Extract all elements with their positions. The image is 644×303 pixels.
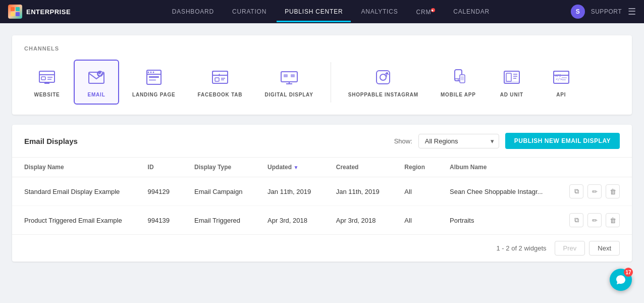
col-created: Created xyxy=(324,158,393,177)
row-actions-2: ⧉ ✏ 🗑 xyxy=(568,213,620,227)
channel-shoppable-instagram[interactable]: SHOPPABLE INSTAGRAM xyxy=(339,60,427,105)
support-label[interactable]: SUPPORT xyxy=(591,8,622,15)
channel-email-label: EMAIL xyxy=(87,92,105,97)
table-controls: Show: All Regions Region 1 Region 2 PUBL… xyxy=(394,133,620,149)
svg-point-20 xyxy=(150,72,151,73)
channel-divider xyxy=(331,62,331,103)
channel-website[interactable]: WEBSITE xyxy=(24,60,70,105)
next-button[interactable]: Next xyxy=(589,241,620,256)
svg-rect-17 xyxy=(149,76,159,78)
show-label: Show: xyxy=(394,137,412,145)
svg-rect-6 xyxy=(41,77,45,80)
nav-dashboard[interactable]: DASHBOARD xyxy=(164,1,222,22)
svg-point-21 xyxy=(152,72,154,73)
ad-unit-icon xyxy=(501,67,522,88)
email-displays-table: Display Name ID Display Type Updated ▼ C… xyxy=(12,158,632,234)
channel-landing-page[interactable]: LANDING PAGE xyxy=(123,60,185,105)
svg-point-12 xyxy=(97,71,103,77)
cell-display-name-2: Product Triggered Email Example xyxy=(12,206,136,235)
channel-facebook-tab[interactable]: f FACEBOOK TAB xyxy=(189,60,252,105)
api-icon: API </> xyxy=(551,67,572,88)
cell-updated-2: Apr 3rd, 2018 xyxy=(255,206,324,235)
col-region: Region xyxy=(392,158,438,177)
col-actions xyxy=(556,158,632,177)
hamburger-menu-icon[interactable]: ☰ xyxy=(628,6,636,17)
svg-rect-23 xyxy=(212,71,228,75)
region-select[interactable]: All Regions Region 1 Region 2 xyxy=(418,134,499,148)
nav-analytics[interactable]: ANALYTICS xyxy=(353,1,406,22)
svg-rect-22 xyxy=(212,71,228,83)
svg-rect-1 xyxy=(16,7,20,11)
cell-region-1: All xyxy=(392,177,438,206)
user-avatar[interactable]: S xyxy=(571,5,585,19)
col-display-type: Display Type xyxy=(182,158,255,177)
mobile-app-icon xyxy=(448,67,469,88)
cell-id-2: 994139 xyxy=(136,206,182,235)
svg-point-39 xyxy=(458,79,459,80)
pagination: 1 - 2 of 2 widgets Prev Next xyxy=(12,234,632,262)
edit-button-2[interactable]: ✏ xyxy=(587,213,602,227)
copy-button-2[interactable]: ⧉ xyxy=(569,213,583,227)
cell-created-2: Apr 3rd, 2018 xyxy=(324,206,393,235)
cell-display-type-1: Email Campaign xyxy=(182,177,255,206)
svg-rect-43 xyxy=(506,73,511,81)
cell-created-1: Jan 11th, 2019 xyxy=(324,177,393,206)
svg-text:f: f xyxy=(219,73,220,77)
col-album-name: Album Name xyxy=(438,158,556,177)
nav-crm[interactable]: CRM● xyxy=(408,1,443,23)
channel-email[interactable]: EMAIL xyxy=(74,60,119,105)
nav-curation[interactable]: CURATION xyxy=(224,1,275,22)
nav-calendar[interactable]: CALENDAR xyxy=(445,1,498,22)
channels-section: CHANNELS WEBSITE xyxy=(12,35,632,115)
copy-button-1[interactable]: ⧉ xyxy=(569,184,583,198)
table-row: Standard Email Display Example 994129 Em… xyxy=(12,177,632,206)
channel-api[interactable]: API </> API xyxy=(539,60,584,105)
svg-text:</>: </> xyxy=(556,77,562,81)
table-row: Product Triggered Email Example 994139 E… xyxy=(12,206,632,235)
nav-publish-center[interactable]: PUBLISH CENTER xyxy=(277,1,351,22)
channel-ad-unit-label: AD UNIT xyxy=(500,92,523,97)
channel-digital-display[interactable]: DIGITAL DISPLAY xyxy=(255,60,322,105)
website-icon xyxy=(36,67,58,88)
edit-button-1[interactable]: ✏ xyxy=(587,184,602,198)
channel-digital-display-label: DIGITAL DISPLAY xyxy=(264,92,313,97)
shoppable-instagram-icon xyxy=(372,67,394,88)
svg-rect-31 xyxy=(284,74,288,77)
channel-ad-unit[interactable]: AD UNIT xyxy=(489,60,534,105)
cell-updated-1: Jan 11th, 2019 xyxy=(255,177,324,206)
prev-button[interactable]: Prev xyxy=(555,241,585,256)
cell-region-2: All xyxy=(392,206,438,235)
sort-icon: ▼ xyxy=(293,165,298,170)
svg-rect-32 xyxy=(291,74,295,77)
channels-grid: WEBSITE EMAIL xyxy=(24,60,620,105)
channel-facebook-tab-label: FACEBOOK TAB xyxy=(198,92,243,97)
pagination-info: 1 - 2 of 2 widgets xyxy=(497,244,547,252)
channel-api-label: API xyxy=(556,92,566,97)
col-updated[interactable]: Updated ▼ xyxy=(255,158,324,177)
email-icon xyxy=(86,67,107,88)
brand-area[interactable]: ENTERPRISE xyxy=(8,5,71,19)
channel-landing-page-label: LANDING PAGE xyxy=(132,92,176,97)
svg-rect-3 xyxy=(16,12,20,16)
cell-id-1: 994129 xyxy=(136,177,182,206)
cell-actions-2: ⧉ ✏ 🗑 xyxy=(556,206,632,235)
delete-button-1[interactable]: 🗑 xyxy=(606,184,620,198)
publish-new-email-display-button[interactable]: PUBLISH NEW EMAIL DISPLAY xyxy=(505,133,620,149)
landing-page-icon xyxy=(143,67,165,88)
channel-shoppable-instagram-label: SHOPPABLE INSTAGRAM xyxy=(348,92,418,97)
channel-mobile-app[interactable]: MOBILE APP xyxy=(432,60,485,105)
col-display-name: Display Name xyxy=(12,158,136,177)
svg-rect-25 xyxy=(215,78,219,81)
svg-rect-18 xyxy=(149,79,156,81)
cell-actions-1: ⧉ ✏ 🗑 xyxy=(556,177,632,206)
facebook-tab-icon: f xyxy=(209,67,231,88)
delete-button-2[interactable]: 🗑 xyxy=(606,213,620,227)
svg-rect-0 xyxy=(11,7,15,11)
table-title: Email Displays xyxy=(24,137,78,145)
nav-right: S SUPPORT ☰ xyxy=(571,5,636,19)
region-select-wrapper[interactable]: All Regions Region 1 Region 2 xyxy=(418,134,499,148)
channel-mobile-app-label: MOBILE APP xyxy=(441,92,476,97)
email-displays-section: Email Displays Show: All Regions Region … xyxy=(12,125,632,262)
channel-website-label: WEBSITE xyxy=(34,92,60,97)
channels-heading: CHANNELS xyxy=(24,45,620,52)
